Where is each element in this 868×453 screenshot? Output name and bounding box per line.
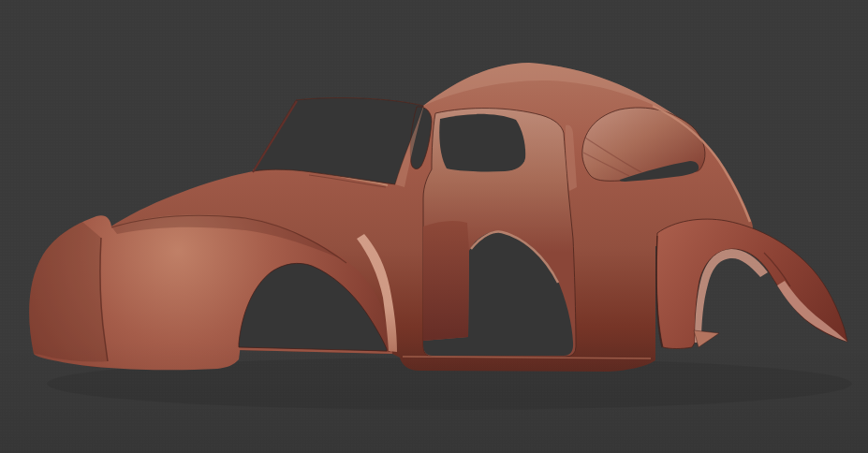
viewport-vignette	[0, 0, 868, 453]
viewport-canvas[interactable]	[0, 0, 868, 453]
viewport	[0, 0, 868, 453]
